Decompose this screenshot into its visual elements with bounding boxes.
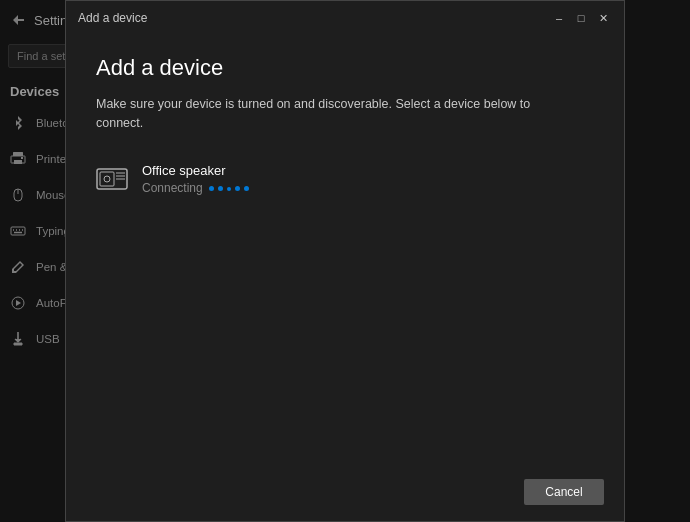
device-item[interactable]: Office speaker Connecting: [96, 157, 594, 201]
device-name: Office speaker: [142, 163, 249, 178]
svg-rect-16: [100, 172, 114, 186]
speaker-icon: [96, 168, 128, 190]
dialog-heading: Add a device: [96, 55, 594, 81]
dot-4: [235, 186, 240, 191]
connecting-dots: [209, 184, 249, 191]
titlebar-controls: – □ ✕: [550, 9, 612, 27]
cancel-button[interactable]: Cancel: [524, 479, 604, 505]
dialog-titlebar-title: Add a device: [78, 11, 147, 25]
maximize-button[interactable]: □: [572, 9, 590, 27]
dot-1: [209, 186, 214, 191]
dialog-footer: Cancel: [66, 467, 624, 521]
close-button[interactable]: ✕: [594, 9, 612, 27]
modal-overlay: Add a device – □ ✕ Add a device Make sur…: [0, 0, 690, 522]
device-status: Connecting: [142, 181, 203, 195]
dot-5: [244, 186, 249, 191]
svg-point-20: [104, 176, 110, 182]
dialog-content: Add a device Make sure your device is tu…: [66, 35, 624, 467]
device-icon: [96, 167, 128, 191]
minimize-button[interactable]: –: [550, 9, 568, 27]
dialog-description: Make sure your device is turned on and d…: [96, 95, 536, 133]
device-info: Office speaker Connecting: [142, 163, 249, 195]
dot-2: [218, 186, 223, 191]
add-device-dialog: Add a device – □ ✕ Add a device Make sur…: [65, 0, 625, 522]
dialog-titlebar: Add a device – □ ✕: [66, 1, 624, 35]
device-status-row: Connecting: [142, 181, 249, 195]
dot-3: [227, 187, 231, 191]
